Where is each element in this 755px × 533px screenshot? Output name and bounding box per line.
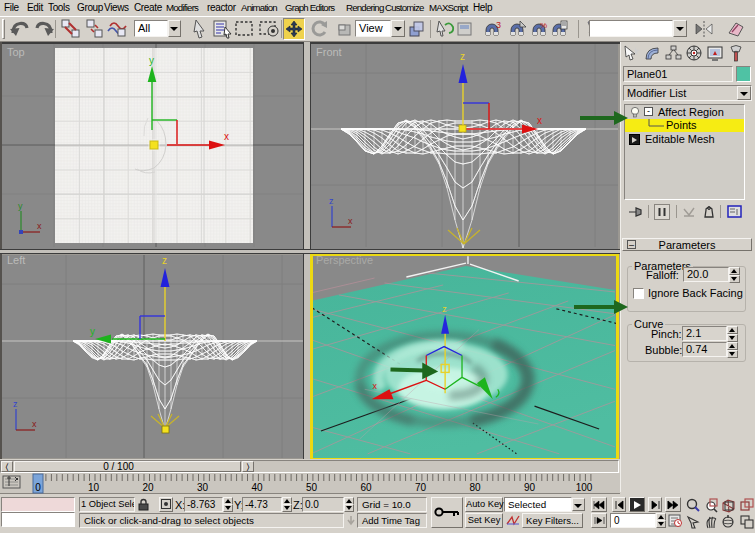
svg-text:y: y (18, 201, 23, 211)
svg-text:z: z (13, 399, 18, 409)
svg-text:z: z (460, 51, 465, 62)
svg-text:10: 10 (88, 482, 100, 493)
svg-text:50: 50 (306, 482, 318, 493)
svg-text:40: 40 (251, 482, 263, 493)
svg-text:z: z (442, 304, 447, 314)
svg-text:90: 90 (524, 482, 536, 493)
svg-text:3: 3 (496, 20, 501, 30)
svg-text:80: 80 (469, 482, 481, 493)
svg-text:x: x (537, 115, 542, 126)
svg-text:x: x (348, 216, 353, 226)
svg-text:70: 70 (415, 482, 427, 493)
svg-text:Top: Top (7, 46, 25, 58)
svg-text:z: z (329, 196, 334, 206)
svg-text:z: z (162, 255, 167, 266)
svg-text:x: x (32, 419, 37, 429)
svg-text:30: 30 (197, 482, 209, 493)
svg-text:20: 20 (142, 482, 154, 493)
svg-text:x: x (37, 221, 42, 231)
svg-text:Perspective: Perspective (316, 256, 373, 266)
svg-text:60: 60 (360, 482, 372, 493)
svg-text:%: % (540, 21, 547, 30)
svg-text:x: x (224, 131, 229, 142)
svg-text:Front: Front (316, 46, 342, 58)
svg-text:x: x (373, 381, 378, 391)
svg-text:100: 100 (576, 482, 593, 493)
svg-text:y: y (90, 326, 95, 337)
svg-text:0: 0 (35, 482, 41, 493)
svg-text:y: y (149, 55, 154, 66)
svg-text:Left: Left (7, 255, 25, 266)
